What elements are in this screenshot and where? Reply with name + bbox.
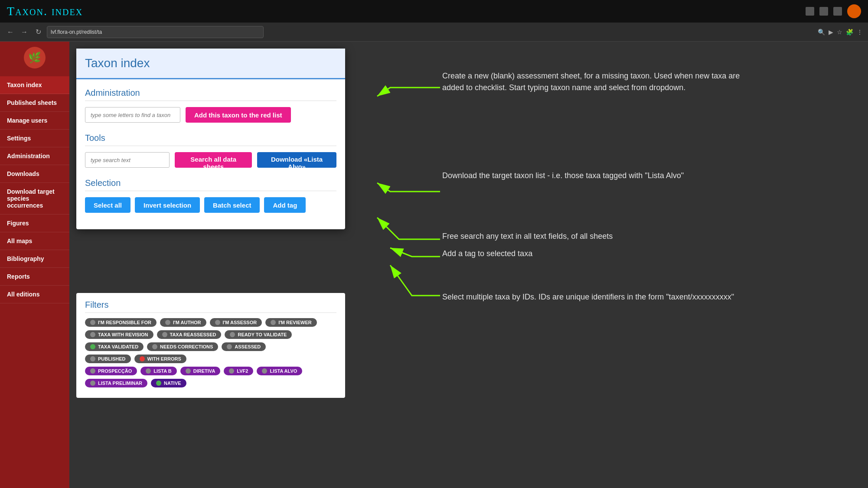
- filter-dot: [227, 344, 232, 349]
- filter-lvf2[interactable]: LVF2: [224, 367, 253, 375]
- modal-body: Administration Add this taxon to the red…: [76, 79, 345, 229]
- sidebar-item-reports[interactable]: Reports: [0, 268, 69, 286]
- user-avatar[interactable]: [847, 4, 861, 18]
- filter-dot: [90, 381, 95, 386]
- filter-dot: [90, 368, 95, 374]
- filter-label: WITH ERRORS: [147, 356, 181, 361]
- sidebar-item-figures[interactable]: Figures: [0, 215, 69, 232]
- filter-row-1: I'M RESPONSIBLE FOR I'M AUTHOR I'M ASSES…: [85, 318, 336, 327]
- taxon-search-input[interactable]: [85, 107, 180, 123]
- forward-button[interactable]: →: [19, 27, 29, 37]
- modal-header: Taxon index: [76, 49, 345, 79]
- annotation-text-5: Select multiple taxa by IDs. IDs are uni…: [442, 291, 789, 303]
- filter-label: LISTA ALVO: [270, 368, 297, 374]
- annotations-overlay: Create a new (blank) assessment sheet, f…: [356, 49, 868, 439]
- filter-assessor[interactable]: I'M ASSESSOR: [210, 318, 262, 327]
- star-icon[interactable]: ☆: [837, 29, 842, 36]
- filter-published[interactable]: PUBLISHED: [85, 355, 131, 363]
- administration-heading: Administration: [85, 88, 336, 101]
- search-all-sheets-button[interactable]: Search all data sheets: [175, 152, 252, 168]
- minimize-button[interactable]: [806, 7, 814, 16]
- add-tag-button[interactable]: Add tag: [264, 197, 306, 213]
- filter-label: TAXA REASSESSED: [170, 332, 216, 337]
- search-icon[interactable]: 🔍: [818, 29, 825, 36]
- search-text-input[interactable]: [85, 152, 170, 168]
- sidebar-item-taxon-index[interactable]: Taxon index: [0, 76, 69, 94]
- play-icon[interactable]: ▶: [829, 29, 833, 36]
- filters-heading: Filters: [85, 300, 336, 313]
- sidebar-item-download-target[interactable]: Download target species occurrences: [0, 183, 69, 215]
- sidebar-item-manage-users[interactable]: Manage users: [0, 112, 69, 130]
- filter-validated[interactable]: TAXA VALIDATED: [85, 342, 144, 351]
- filter-lista-b[interactable]: LISTA B: [140, 367, 177, 375]
- batch-select-button[interactable]: Batch select: [204, 197, 260, 213]
- administration-section: Administration Add this taxon to the red…: [85, 88, 336, 123]
- url-bar[interactable]: lvf.flora-on.pt/redlist/ta: [47, 26, 264, 38]
- filter-label: LISTA PRELIMINAR: [98, 381, 142, 386]
- url-text: lvf.flora-on.pt/redlist/ta: [51, 29, 102, 35]
- main-layout: Red List data portal 🌿 Taxon index Publi…: [0, 42, 868, 488]
- filter-assessed[interactable]: ASSESSED: [222, 342, 266, 351]
- select-all-button[interactable]: Select all: [85, 197, 131, 213]
- filter-reassessed[interactable]: TAXA REASSESSED: [157, 330, 222, 339]
- filter-label: DIRETIVA: [193, 368, 215, 374]
- maximize-button[interactable]: [819, 7, 828, 16]
- reload-button[interactable]: ↻: [33, 27, 43, 37]
- filter-row-4: PROSPECÇÃO LISTA B DIRETIVA LVF2 LISTA A…: [85, 367, 336, 387]
- filter-native[interactable]: NATIVE: [151, 379, 186, 387]
- sidebar-item-published-sheets[interactable]: Published sheets: [0, 94, 69, 112]
- admin-row: Add this taxon to the red list: [85, 107, 336, 123]
- filter-dot: [90, 332, 95, 337]
- filter-reviewer[interactable]: I'M REVIEWER: [265, 318, 317, 327]
- title-taxon: Taxon: [7, 4, 44, 18]
- filter-dot: [186, 368, 191, 374]
- filter-needs-corrections[interactable]: NEEDS CORRECTIONS: [147, 342, 218, 351]
- title-controls: [806, 4, 861, 18]
- filter-label: I'M RESPONSIBLE FOR: [98, 320, 151, 325]
- filter-label: NEEDS CORRECTIONS: [160, 344, 213, 349]
- filters-section: Filters I'M RESPONSIBLE FOR I'M AUTHOR I…: [76, 293, 345, 398]
- filter-row-2: TAXA WITH REVISION TAXA REASSESSED READY…: [85, 330, 336, 351]
- filter-ready-validate[interactable]: READY TO VALIDATE: [225, 330, 292, 339]
- extension-icon[interactable]: 🧩: [846, 29, 853, 36]
- sidebar-item-all-maps[interactable]: All maps: [0, 232, 69, 250]
- tools-section: Tools Search all data sheets Download «L…: [85, 133, 336, 168]
- annotation-text-1: Create a new (blank) assessment sheet, f…: [442, 70, 746, 94]
- filter-author[interactable]: I'M AUTHOR: [160, 318, 206, 327]
- close-button[interactable]: [833, 7, 842, 16]
- selection-section: Selection Select all Invert selection Ba…: [85, 178, 336, 213]
- filter-label: I'M AUTHOR: [173, 320, 201, 325]
- annotation-text-3: Free search any text in all text fields,…: [442, 231, 746, 242]
- filter-dot: [90, 320, 95, 325]
- filter-label: READY TO VALIDATE: [238, 332, 287, 337]
- filter-with-errors[interactable]: WITH ERRORS: [134, 355, 186, 363]
- filter-dot: [162, 332, 167, 337]
- sidebar-item-administration[interactable]: Administration: [0, 147, 69, 165]
- modal-panel: Taxon index Administration Add this taxo…: [76, 49, 345, 229]
- sidebar-item-all-editions[interactable]: All editions: [0, 286, 69, 303]
- filter-dot: [146, 368, 151, 374]
- filter-label: I'M REVIEWER: [278, 320, 312, 325]
- invert-selection-button[interactable]: Invert selection: [135, 197, 200, 213]
- sidebar-item-downloads[interactable]: Downloads: [0, 165, 69, 183]
- download-lista-alvo-button[interactable]: Download «Lista Alvo»: [257, 152, 336, 168]
- filter-prospeccao[interactable]: PROSPECÇÃO: [85, 367, 137, 375]
- sidebar-item-settings[interactable]: Settings: [0, 130, 69, 147]
- filter-diretiva[interactable]: DIRETIVA: [180, 367, 221, 375]
- filter-dot: [165, 320, 170, 325]
- filter-dot: [262, 368, 267, 374]
- back-button[interactable]: ←: [5, 27, 16, 37]
- filter-with-revision[interactable]: TAXA WITH REVISION: [85, 330, 153, 339]
- sidebar-item-bibliography[interactable]: Bibliography: [0, 250, 69, 268]
- filter-responsible[interactable]: I'M RESPONSIBLE FOR: [85, 318, 157, 327]
- content-area: Taxon index Administration Add this taxo…: [69, 42, 868, 488]
- filter-label: LVF2: [237, 368, 248, 374]
- filter-lista-preliminar[interactable]: LISTA PRELIMINAR: [85, 379, 147, 387]
- add-taxon-button[interactable]: Add this taxon to the red list: [186, 107, 291, 123]
- menu-icon[interactable]: ⋮: [857, 29, 863, 36]
- filter-lista-alvo[interactable]: LISTA ALVO: [257, 367, 302, 375]
- selection-heading: Selection: [85, 178, 336, 191]
- app-title: Taxon. index: [7, 4, 83, 18]
- title-bar: Taxon. index: [0, 0, 868, 23]
- tools-heading: Tools: [85, 133, 336, 146]
